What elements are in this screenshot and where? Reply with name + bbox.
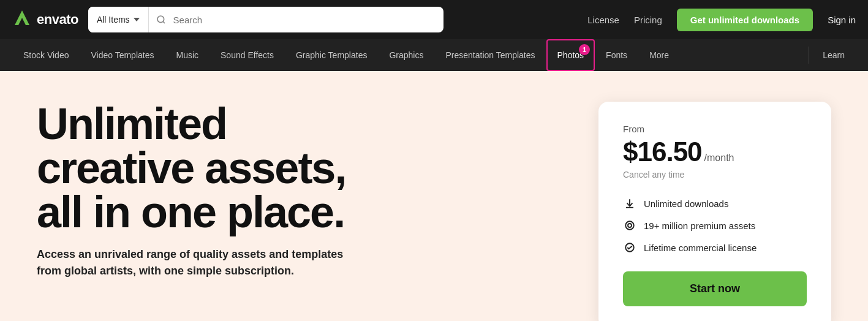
sec-nav-photos[interactable]: Photos 1 <box>546 39 595 71</box>
svg-point-5 <box>625 221 634 230</box>
search-input[interactable] <box>173 7 443 32</box>
sec-nav-divider <box>809 47 809 64</box>
feature-list: Unlimited downloads 19+ million premium … <box>623 197 807 254</box>
license-icon <box>623 241 636 254</box>
download-icon <box>623 197 636 210</box>
feature-downloads: Unlimited downloads <box>623 197 807 210</box>
hero-title: Unlimitedcreative assets,all in one plac… <box>37 102 574 234</box>
sec-nav-graphics[interactable]: Graphics <box>378 39 434 71</box>
top-nav: envato All Items License Pricing Get unl… <box>0 0 868 39</box>
pricing-link[interactable]: Pricing <box>634 15 662 25</box>
photos-badge: 1 <box>579 44 590 55</box>
price-amount: $16.50 <box>623 137 702 167</box>
logo-area[interactable]: envato <box>12 8 78 32</box>
svg-point-2 <box>157 16 164 23</box>
hero-subtitle: Access an unrivaled range of quality ass… <box>37 246 368 279</box>
sec-nav-video-templates[interactable]: Video Templates <box>80 39 165 71</box>
unlimited-btn[interactable]: Get unlimited downloads <box>677 9 813 31</box>
search-icon-wrap <box>149 15 173 25</box>
hero-section: Unlimitedcreative assets,all in one plac… <box>0 71 868 321</box>
license-link[interactable]: License <box>587 15 619 25</box>
sec-nav-graphic-templates[interactable]: Graphic Templates <box>285 39 378 71</box>
all-items-label: All Items <box>97 15 130 25</box>
svg-point-6 <box>628 224 632 227</box>
feature-license-text: Lifetime commercial license <box>644 243 757 253</box>
feature-assets: 19+ million premium assets <box>623 219 807 232</box>
sec-nav-music[interactable]: Music <box>165 39 209 71</box>
hero-left: Unlimitedcreative assets,all in one plac… <box>37 102 574 279</box>
sec-nav-sound-effects[interactable]: Sound Effects <box>209 39 285 71</box>
sec-nav-stock-video[interactable]: Stock Video <box>12 39 80 71</box>
price-period: /month <box>704 153 734 164</box>
sec-nav-more[interactable]: More <box>638 39 680 71</box>
feature-license: Lifetime commercial license <box>623 241 807 254</box>
cancel-text: Cancel any time <box>623 170 807 179</box>
secondary-nav: Stock Video Video Templates Music Sound … <box>0 39 868 71</box>
nav-right: License Pricing Get unlimited downloads … <box>587 9 856 31</box>
feature-assets-text: 19+ million premium assets <box>644 221 755 231</box>
pricing-card: From $16.50 /month Cancel any time Unlim… <box>598 102 831 321</box>
assets-icon <box>623 219 636 232</box>
sec-nav-fonts[interactable]: Fonts <box>595 39 638 71</box>
from-label: From <box>623 124 807 134</box>
search-area: All Items <box>88 7 443 32</box>
start-now-button[interactable]: Start now <box>623 271 807 306</box>
price-row: $16.50 /month <box>623 137 807 167</box>
sec-nav-presentation-templates[interactable]: Presentation Templates <box>434 39 546 71</box>
search-dropdown[interactable]: All Items <box>88 7 149 32</box>
logo-icon <box>12 8 32 32</box>
signin-link[interactable]: Sign in <box>828 15 856 25</box>
logo-text: envato <box>37 12 78 28</box>
feature-downloads-text: Unlimited downloads <box>644 198 728 209</box>
svg-line-3 <box>163 21 165 23</box>
sec-nav-learn[interactable]: Learn <box>812 39 856 71</box>
